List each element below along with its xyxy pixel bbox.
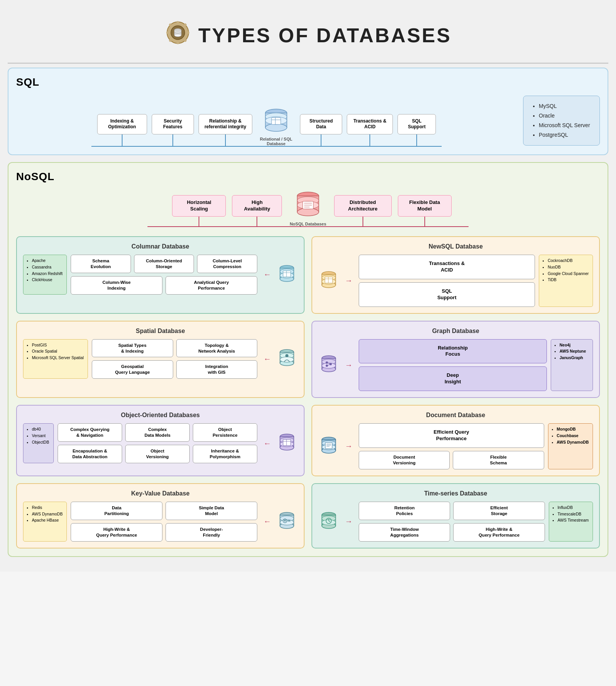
columnar-ex-1: Apache	[32, 257, 63, 264]
svg-rect-77	[325, 442, 332, 449]
svg-rect-4	[166, 31, 170, 34]
oo-arrow: ←	[263, 439, 271, 448]
sql-indexing-box: Indexing &Optimization	[97, 114, 147, 134]
newsql-ex-2: NuoDB	[548, 264, 589, 270]
newsql-sql-support: SQLSupport	[359, 282, 535, 307]
svg-rect-3	[177, 40, 179, 44]
graph-deep-insight: DeepInsight	[359, 366, 547, 391]
sql-transactions-box: Transactions &ACID	[347, 114, 393, 134]
nosql-high-availability: HighAvailability	[232, 195, 282, 217]
newsql-examples: CockroachDB NuoDB Google Cloud Spanner T…	[539, 255, 593, 307]
spatial-gis: Integrationwith GIS	[176, 360, 258, 379]
columnar-performance: Analytical QueryPerformance	[166, 276, 257, 295]
sql-db-icon: Relational / SQLDatabase	[260, 106, 292, 146]
oo-inheritance: Inheritance &Polymorphism	[193, 445, 257, 463]
header-icon	[164, 19, 191, 51]
document-examples: MongoDB Couchbase AWS DynamoDB	[548, 423, 593, 469]
oo-ex-1: db40	[32, 426, 50, 432]
sql-example-mysql: MySQL	[539, 101, 591, 111]
ts-efficient-storage: EfficientStorage	[453, 502, 545, 520]
nosql-section: NoSQL HorizontalScaling HighAvailability	[8, 162, 608, 557]
sql-example-oracle: Oracle	[539, 111, 591, 121]
sql-security-box: SecurityFeatures	[152, 114, 194, 134]
panel-columnar: Columnar Database Apache Cassandra Amazo…	[16, 236, 305, 314]
columnar-indexing: Column-WiseIndexing	[71, 276, 162, 295]
nosql-horizontal-scaling: HorizontalScaling	[172, 195, 226, 217]
kv-arrow: ←	[263, 517, 271, 526]
svg-point-52	[280, 357, 294, 362]
kv-ex-1: Redis	[32, 504, 63, 511]
graph-title: Graph Database	[318, 328, 593, 335]
spatial-geospatial-query: GeospatialQuery Language	[92, 360, 173, 379]
ts-ex-2: TimescaleDB	[558, 511, 589, 517]
svg-rect-69	[283, 439, 291, 446]
newsql-arrow: →	[345, 276, 353, 285]
nosql-flexible: Flexible DataModel	[398, 195, 452, 217]
svg-rect-2	[177, 21, 179, 25]
spatial-arrow: ←	[263, 355, 271, 363]
sql-example-mssql: Microsoft SQL Server	[539, 121, 591, 130]
spatial-types-indexing: Spatial Types& Indexing	[92, 339, 173, 358]
graph-ex-1: Neo4j	[560, 342, 589, 348]
sql-examples-list: MySQL Oracle Microsoft SQL Server Postgr…	[523, 96, 600, 146]
panel-keyvalue: Key-Value Database Redis AWS DynamoDB Ap…	[16, 483, 305, 548]
sql-relationship-box: Relationship &referential integrity	[199, 114, 252, 134]
oo-versioning: ObjectVersioning	[125, 445, 190, 463]
columnar-title: Columnar Database	[23, 243, 298, 250]
graph-examples: Neo4j AWS Neptune JanusGraph	[551, 339, 593, 391]
sql-support-box: SQLSupport	[397, 114, 436, 134]
oo-encapsulation: Encapsulation &Data Abstraction	[58, 445, 122, 463]
svg-point-25	[297, 208, 319, 216]
oo-title: Object-Oriented Databases	[23, 412, 298, 419]
spatial-ex-3: Microsoft SQL Server Spatial	[32, 355, 84, 361]
oo-object-persistence: ObjectPersistence	[193, 423, 257, 442]
oo-complex-querying: Complex Querying& Navigation	[58, 423, 122, 442]
columnar-ex-3: Amazon Redshift	[32, 270, 63, 277]
nosql-label: NoSQL	[16, 171, 600, 183]
document-title: Document Database	[318, 412, 593, 419]
svg-point-58	[322, 363, 336, 368]
ts-retention-policies: RetentionPolicies	[359, 502, 450, 520]
svg-point-53	[285, 354, 288, 357]
columnar-arrow: ←	[263, 270, 271, 279]
spatial-topology: Topology &Network Analysis	[176, 339, 258, 358]
columnar-schema-evolution: SchemaEvolution	[71, 255, 131, 273]
svg-rect-5	[185, 31, 189, 34]
kv-ex-3: Apache HBase	[32, 517, 63, 524]
columnar-column-oriented: Column-OrientedStorage	[134, 255, 194, 273]
oo-complex-data-models: ComplexData Models	[125, 423, 190, 442]
document-ex-1: MongoDB	[557, 426, 589, 432]
panel-timeseries: Time-series Database	[311, 483, 600, 548]
oo-ex-2: Versant	[32, 432, 50, 439]
page-title: TYPES OF DATABASES	[198, 24, 451, 47]
columnar-ex-4: ClickHouse	[32, 277, 63, 283]
graph-ex-3: JanusGraph	[560, 355, 589, 361]
ts-ex-1: InfluxDB	[558, 504, 589, 511]
document-efficient-query: Efficient QueryPerformance	[359, 423, 544, 448]
panel-oo: Object-Oriented Databases db40 Versant O…	[16, 405, 305, 476]
newsql-ex-1: CockroachDB	[548, 257, 589, 264]
kv-simple-data-model: Simple DataModel	[166, 502, 257, 520]
ts-time-window: Time-WindowAggregations	[359, 523, 450, 542]
document-arrow: →	[345, 442, 353, 451]
keyvalue-title: Key-Value Database	[23, 490, 298, 497]
oo-ex-3: ObjectDB	[32, 439, 50, 446]
panel-newsql: NewSQL Database	[311, 236, 600, 314]
timeseries-examples: InfluxDB TimescaleDB AWS Timestream	[549, 502, 593, 542]
document-ex-3: AWS DynamoDB	[557, 439, 589, 446]
spatial-examples: PostGIS Oracle Spatial Microsoft SQL Ser…	[23, 339, 88, 379]
svg-point-87	[284, 520, 286, 522]
columnar-ex-2: Cassandra	[32, 264, 63, 270]
panel-document: Document Database	[311, 405, 600, 476]
graph-ex-2: AWS Neptune	[560, 348, 589, 355]
panel-spatial: Spatial Database PostGIS Oracle Spatial …	[16, 321, 305, 398]
svg-rect-20	[272, 118, 281, 124]
header-divider	[8, 63, 608, 64]
document-flexible-schema: FlexibleSchema	[453, 451, 544, 469]
nosql-db-icon: NoSQL Databases	[290, 189, 326, 226]
kv-ex-2: AWS DynamoDB	[32, 511, 63, 517]
timeseries-title: Time-series Database	[318, 490, 593, 497]
sql-structured-box: StructuredData	[300, 114, 342, 134]
kv-data-partitioning: DataPartitioning	[71, 502, 162, 520]
sql-label: SQL	[16, 76, 600, 88]
